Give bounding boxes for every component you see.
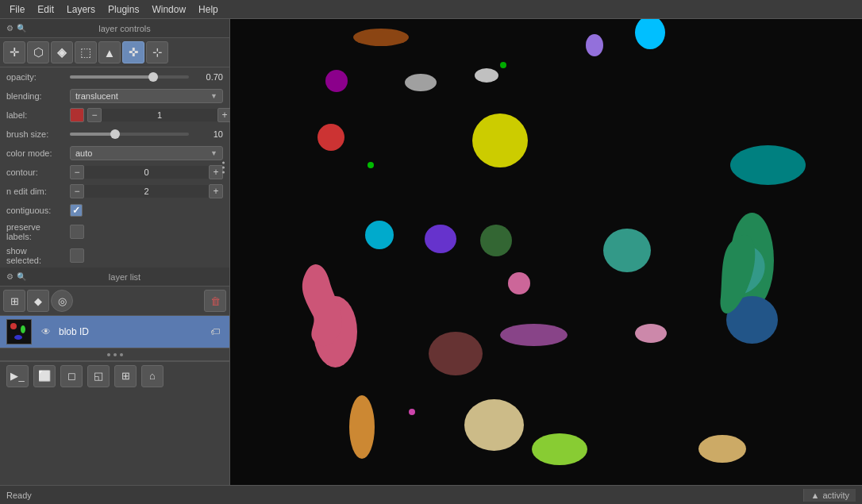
layer-list-icons: ⚙ 🔍 (6, 272, 26, 281)
layer-controls-header: ⚙ 🔍 layer controls (0, 19, 229, 38)
tools-row: ✛ ⬡ ◈ ⬚ ▲ ✜ ⊹ (0, 38, 229, 67)
add-shapes-btn[interactable]: ◆ (27, 290, 49, 312)
layer-thumbnail (6, 319, 32, 344)
brush-size-value: 10 (195, 129, 223, 139)
add-points-btn[interactable]: ⊞ (3, 290, 25, 312)
contiguous-check: ✓ (72, 205, 80, 216)
tool-paint[interactable]: ⬡ (27, 41, 49, 63)
section-dot-1 (107, 353, 110, 356)
svg-point-3 (14, 335, 22, 340)
add-labels-btn[interactable]: ◎ (51, 290, 73, 312)
opacity-thumb[interactable] (148, 72, 158, 82)
tool-select[interactable]: ⬚ (75, 41, 97, 63)
controls-body: opacity: 0.70 blending: translucent ▼ (0, 67, 229, 267)
statusbar: Ready ▲ activity (0, 485, 862, 504)
layer-name: blob ID (59, 326, 207, 337)
color-mode-label: color mode: (6, 148, 70, 158)
layer-list-icon-2: 🔍 (17, 272, 26, 281)
tool-transform[interactable]: ✛ (3, 41, 25, 63)
activity-label: activity (822, 491, 849, 500)
layer-list-header: ⚙ 🔍 layer list (0, 267, 229, 287)
section-dots[interactable] (0, 348, 229, 361)
tool-picker[interactable]: ⊹ (146, 41, 168, 63)
home-btn[interactable]: ⌂ (141, 365, 164, 387)
preserve-labels-toggle[interactable] (70, 225, 84, 239)
menu-file[interactable]: File (3, 2, 31, 17)
delete-layer-btn[interactable]: 🗑 (204, 290, 226, 312)
left-panel: ⚙ 🔍 layer controls ✛ ⬡ ◈ ⬚ ▲ ✜ ⊹ opacity… (0, 19, 230, 485)
tool-fill[interactable]: ▲ (98, 41, 121, 63)
console-btn[interactable]: ▶_ (6, 365, 29, 387)
brush-size-slider[interactable] (70, 128, 189, 140)
brush-size-row: brush size: 10 (0, 125, 229, 144)
contiguous-checkbox[interactable]: ✓ (70, 204, 83, 217)
contour-num-input: − + (70, 165, 223, 179)
label-value[interactable] (102, 109, 217, 121)
tool-erase[interactable]: ◈ (51, 41, 73, 63)
brush-size-label: brush size: (6, 129, 70, 139)
blending-dropdown[interactable]: translucent ▼ (70, 89, 223, 103)
label-decrement[interactable]: − (87, 108, 102, 122)
contour-value[interactable] (84, 166, 209, 179)
tool-move[interactable]: ✜ (122, 41, 144, 63)
opacity-label: opacity: (6, 72, 70, 82)
split-btn[interactable]: ◱ (87, 365, 110, 387)
opacity-fill (70, 75, 153, 79)
status-ready: Ready (6, 491, 32, 500)
cube-btn[interactable]: ◻ (60, 365, 83, 387)
dot-1 (222, 162, 225, 164)
panel-resize-handle[interactable] (219, 159, 228, 177)
main-canvas[interactable] (230, 19, 862, 485)
blending-value: translucent (75, 91, 118, 101)
grid-btn[interactable]: ⊞ (114, 365, 137, 387)
n-edit-dim-increment[interactable]: + (209, 184, 223, 198)
label-row: label: − + (0, 106, 229, 125)
layer-list-items: 👁 blob ID 🏷 (0, 316, 229, 348)
section-dot-2 (114, 353, 117, 356)
layer-list-icon-1: ⚙ (6, 272, 13, 281)
n-edit-dim-value[interactable] (84, 185, 209, 198)
n-edit-dim-num-input: − + (70, 184, 223, 198)
menu-window[interactable]: Window (145, 2, 192, 17)
squares-btn[interactable]: ⬜ (33, 365, 56, 387)
menu-plugins[interactable]: Plugins (102, 2, 145, 17)
layer-list-title: layer list (26, 272, 223, 282)
layer-visibility-toggle[interactable]: 👁 (38, 324, 54, 340)
color-mode-row: color mode: auto ▼ (0, 144, 229, 163)
blending-row: blending: translucent ▼ (0, 87, 229, 106)
contour-row: contour: − + (0, 163, 229, 182)
contour-label: contour: (6, 167, 70, 177)
contiguous-row: contiguous: ✓ (0, 201, 229, 220)
color-mode-arrow: ▼ (210, 149, 217, 157)
canvas-area[interactable] (230, 19, 862, 485)
contiguous-label: contiguous: (6, 206, 70, 215)
show-selected-row: show selected: (0, 244, 229, 267)
svg-rect-0 (7, 320, 31, 344)
panel-icon-2: 🔍 (17, 24, 26, 33)
panel-icon-1: ⚙ (6, 24, 13, 33)
opacity-track (70, 75, 189, 79)
brush-size-fill (70, 133, 115, 136)
n-edit-dim-label: n edit dim: (6, 187, 70, 196)
menu-help[interactable]: Help (192, 2, 225, 17)
opacity-row: opacity: 0.70 (0, 67, 229, 87)
n-edit-dim-decrement[interactable]: − (70, 184, 84, 198)
opacity-value: 0.70 (195, 72, 223, 82)
color-mode-dropdown[interactable]: auto ▼ (70, 146, 223, 160)
activity-button[interactable]: ▲ activity (803, 489, 856, 502)
menu-layers[interactable]: Layers (60, 2, 102, 17)
section-dot-3 (120, 353, 123, 356)
contour-decrement[interactable]: − (70, 165, 84, 179)
label-color-swatch[interactable] (70, 108, 84, 122)
activity-arrow: ▲ (810, 491, 819, 500)
show-selected-toggle[interactable] (70, 248, 84, 263)
brush-size-thumb[interactable] (110, 129, 120, 139)
layer-badge[interactable]: 🏷 (207, 324, 223, 340)
menu-edit[interactable]: Edit (31, 2, 60, 17)
dot-2 (222, 167, 225, 169)
layer-item-blob-id[interactable]: 👁 blob ID 🏷 (0, 316, 229, 348)
opacity-slider[interactable] (70, 71, 189, 83)
layer-list-toolbar: ⊞ ◆ ◎ 🗑 (0, 287, 229, 316)
dot-3 (222, 171, 225, 174)
svg-point-2 (21, 325, 25, 333)
